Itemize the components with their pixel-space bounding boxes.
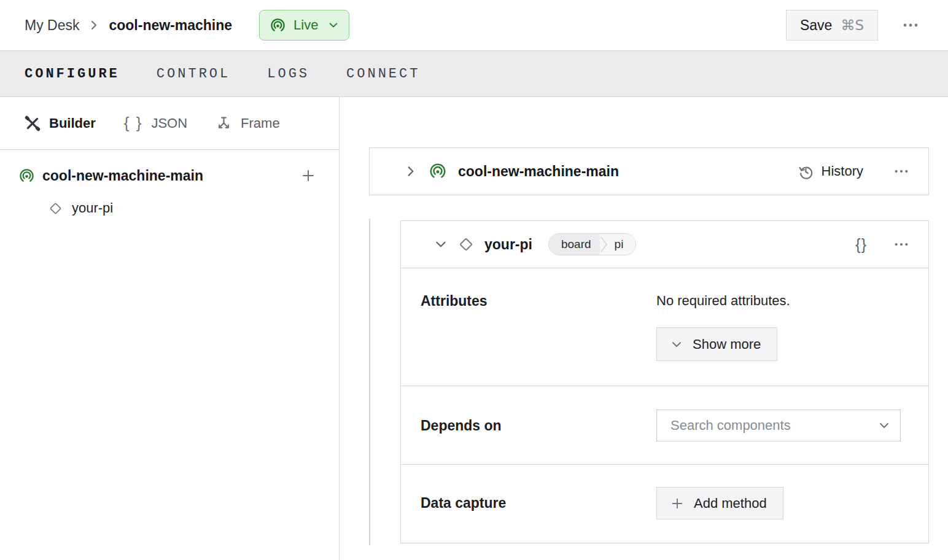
header-overflow-menu-button[interactable] bbox=[900, 20, 921, 30]
collapse-component-button[interactable] bbox=[434, 238, 448, 251]
badge-divider-icon bbox=[600, 234, 608, 255]
history-label: History bbox=[822, 163, 863, 179]
live-status-label: Live bbox=[293, 17, 318, 33]
primary-tab-bar: CONFIGURE CONTROL LOGS CONNECT bbox=[0, 50, 948, 97]
component-card-your-pi: your-pi board pi {} Attributes N bbox=[400, 220, 929, 543]
chevron-down-icon bbox=[434, 238, 448, 251]
diamond-icon bbox=[48, 201, 63, 216]
tab-connect[interactable]: CONNECT bbox=[346, 66, 420, 82]
tree-item-your-pi[interactable]: your-pi bbox=[48, 200, 317, 216]
machine-part-card: cool-new-machine-main History bbox=[369, 147, 929, 195]
view-mode-toggle: Builder { } JSON Frame bbox=[0, 97, 339, 150]
chevron-down-icon bbox=[670, 338, 683, 351]
breadcrumb-separator-icon bbox=[88, 19, 100, 31]
view-mode-json-label: JSON bbox=[151, 115, 187, 131]
save-label: Save bbox=[800, 17, 832, 34]
config-main: cool-new-machine-main History bbox=[340, 97, 948, 560]
crossed-tools-icon bbox=[25, 115, 41, 131]
header-actions: Save ⌘S bbox=[786, 10, 921, 41]
component-card-header: your-pi board pi {} bbox=[401, 221, 928, 268]
tab-logs[interactable]: LOGS bbox=[267, 66, 309, 82]
machine-card-menu-button[interactable] bbox=[892, 166, 911, 176]
chevron-down-icon bbox=[328, 20, 339, 31]
tab-configure[interactable]: CONFIGURE bbox=[25, 66, 120, 82]
component-json-button[interactable]: {} bbox=[855, 236, 867, 254]
frame-axes-icon bbox=[216, 115, 232, 131]
top-header: My Desk cool-new-machine Live Save ⌘S bbox=[0, 0, 948, 50]
component-title: your-pi bbox=[484, 236, 532, 253]
chevron-right-icon bbox=[404, 165, 418, 178]
diamond-icon bbox=[457, 236, 475, 253]
view-mode-builder-label: Builder bbox=[49, 115, 96, 131]
component-menu-button[interactable] bbox=[892, 239, 911, 249]
view-mode-json[interactable]: { } JSON bbox=[124, 114, 187, 133]
tree-guide-line bbox=[369, 219, 370, 545]
search-components-input[interactable] bbox=[670, 418, 878, 434]
attributes-section: Attributes No required attributes. Show … bbox=[401, 268, 928, 386]
show-more-button[interactable]: Show more bbox=[656, 327, 777, 361]
badge-type: board bbox=[549, 234, 600, 255]
depends-on-section: Depends on bbox=[401, 386, 928, 464]
chevron-down-icon[interactable] bbox=[878, 419, 890, 432]
ellipsis-icon bbox=[903, 23, 919, 28]
history-icon bbox=[798, 163, 814, 180]
tree-item-machine-main[interactable]: cool-new-machine-main bbox=[18, 167, 317, 184]
attributes-label: Attributes bbox=[421, 292, 656, 361]
braces-icon: { } bbox=[124, 114, 143, 133]
content-area: Builder { } JSON Frame bbox=[0, 97, 948, 560]
broadcast-icon bbox=[270, 17, 286, 34]
depends-on-select[interactable] bbox=[656, 410, 901, 441]
expand-machine-card-button[interactable] bbox=[404, 165, 418, 178]
broadcast-icon bbox=[429, 162, 447, 181]
broadcast-icon bbox=[18, 168, 35, 184]
ellipsis-icon bbox=[894, 169, 909, 174]
tree-item-label: cool-new-machine-main bbox=[42, 168, 203, 184]
add-method-label: Add method bbox=[694, 496, 767, 511]
data-capture-label: Data capture bbox=[421, 487, 656, 519]
add-component-button[interactable] bbox=[300, 167, 317, 184]
ellipsis-icon bbox=[894, 242, 909, 247]
view-mode-builder[interactable]: Builder bbox=[25, 115, 96, 131]
attributes-empty-text: No required attributes. bbox=[656, 292, 910, 310]
show-more-label: Show more bbox=[693, 336, 761, 352]
badge-model: pi bbox=[608, 234, 636, 255]
breadcrumb-parent[interactable]: My Desk bbox=[25, 17, 79, 34]
plus-icon bbox=[670, 497, 684, 510]
data-capture-section: Data capture Add method bbox=[401, 464, 928, 543]
live-status-button[interactable]: Live bbox=[259, 10, 349, 41]
breadcrumb: My Desk cool-new-machine bbox=[25, 17, 232, 34]
config-sidebar: Builder { } JSON Frame bbox=[0, 97, 340, 560]
plus-icon bbox=[301, 168, 316, 183]
tab-control[interactable]: CONTROL bbox=[157, 66, 230, 82]
breadcrumb-machine-name: cool-new-machine bbox=[109, 17, 232, 34]
save-button[interactable]: Save ⌘S bbox=[786, 10, 878, 41]
view-mode-frame-label: Frame bbox=[241, 115, 280, 131]
save-shortcut: ⌘S bbox=[841, 17, 864, 33]
machine-part-title: cool-new-machine-main bbox=[458, 163, 619, 180]
depends-on-label: Depends on bbox=[421, 410, 656, 441]
add-method-button[interactable]: Add method bbox=[656, 487, 783, 519]
view-mode-frame[interactable]: Frame bbox=[216, 115, 280, 131]
history-button[interactable]: History bbox=[798, 163, 863, 180]
component-tree: cool-new-machine-main your-pi bbox=[0, 150, 339, 216]
component-type-badge: board pi bbox=[548, 233, 636, 255]
tree-item-label: your-pi bbox=[72, 200, 113, 216]
